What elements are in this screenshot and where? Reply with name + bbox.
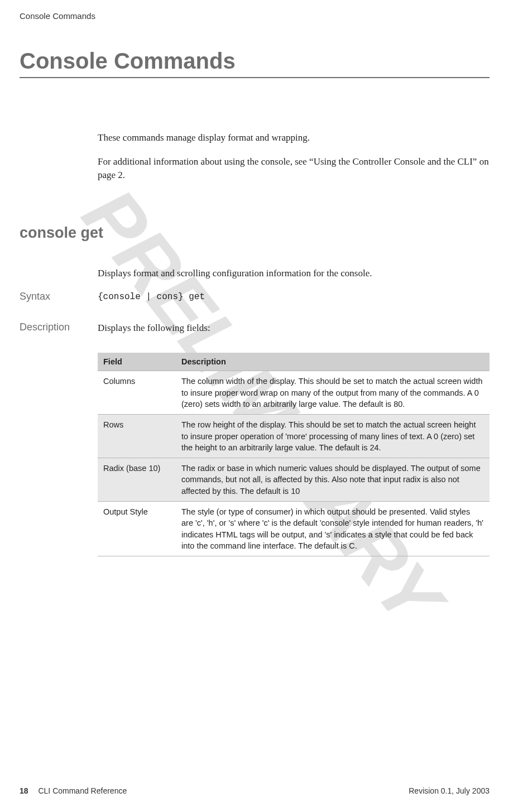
table-row: Radix (base 10) The radix or base in whi… (98, 458, 490, 502)
section-summary: Displays format and scrolling configurat… (98, 267, 490, 281)
syntax-code: {console | cons} get (98, 291, 490, 304)
description-text: Displays the following fields: (98, 321, 490, 335)
intro-paragraph-1: These commands manage display format and… (98, 131, 490, 145)
field-cell: Rows (98, 415, 176, 458)
page-number: 18 (20, 786, 28, 795)
description-label: Description (20, 321, 98, 335)
table-row: Columns The column width of the display.… (98, 371, 490, 415)
title-rule (20, 77, 490, 78)
field-cell: Output Style (98, 502, 176, 556)
description-cell: The row height of the display. This shou… (176, 415, 490, 458)
revision-info: Revision 0.1, July 2003 (409, 786, 490, 795)
section-title-console-get: console get (20, 224, 490, 242)
table-row: Output Style The style (or type of consu… (98, 502, 490, 556)
page-title: Console Commands (20, 49, 490, 74)
syntax-label: Syntax (20, 291, 98, 304)
table-row: Rows The row height of the display. This… (98, 415, 490, 458)
running-header: Console Commands (20, 11, 490, 21)
description-cell: The style (or type of consumer) in which… (176, 502, 490, 556)
description-cell: The radix or base in which numeric value… (176, 458, 490, 502)
fields-table: Field Description Columns The column wid… (98, 353, 490, 556)
doc-title-footer: CLI Command Reference (38, 786, 127, 795)
field-cell: Radix (base 10) (98, 458, 176, 502)
table-header-description: Description (176, 353, 490, 371)
intro-paragraph-2: For additional information about using t… (98, 155, 490, 182)
field-cell: Columns (98, 371, 176, 415)
table-header-field: Field (98, 353, 176, 371)
description-cell: The column width of the display. This sh… (176, 371, 490, 415)
page-footer: 18 CLI Command Reference Revision 0.1, J… (20, 786, 490, 795)
